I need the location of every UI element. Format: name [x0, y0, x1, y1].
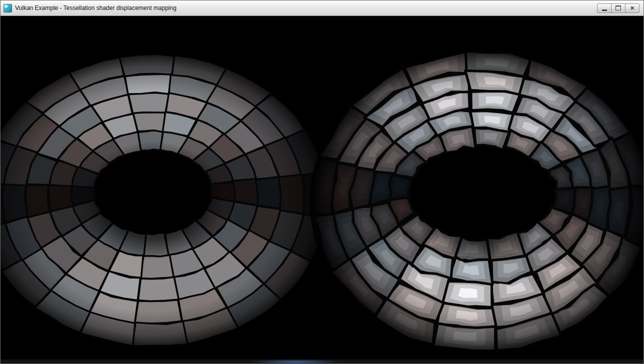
minimize-icon: [602, 10, 607, 11]
taskbar-glow: [236, 360, 356, 364]
torus-flat: [0, 52, 331, 350]
minimize-button[interactable]: [597, 4, 612, 13]
app-window: Vulkan Example - Tessellation shader dis…: [0, 0, 644, 364]
window-controls: ✕: [598, 4, 640, 13]
torus-displaced: [310, 48, 644, 354]
window-bottom-border: [0, 360, 644, 364]
torus-flat-hole: [96, 152, 210, 233]
window-title: Vulkan Example - Tessellation shader dis…: [15, 4, 176, 12]
vulkan-render: [0, 16, 644, 360]
close-button[interactable]: ✕: [625, 4, 640, 13]
title-bar[interactable]: Vulkan Example - Tessellation shader dis…: [0, 0, 644, 16]
render-viewport[interactable]: [0, 16, 644, 360]
app-icon[interactable]: [4, 4, 12, 12]
maximize-icon: [616, 6, 621, 10]
maximize-button[interactable]: [611, 4, 626, 13]
torus-displaced-hole: [410, 148, 554, 238]
close-icon: ✕: [630, 6, 634, 11]
